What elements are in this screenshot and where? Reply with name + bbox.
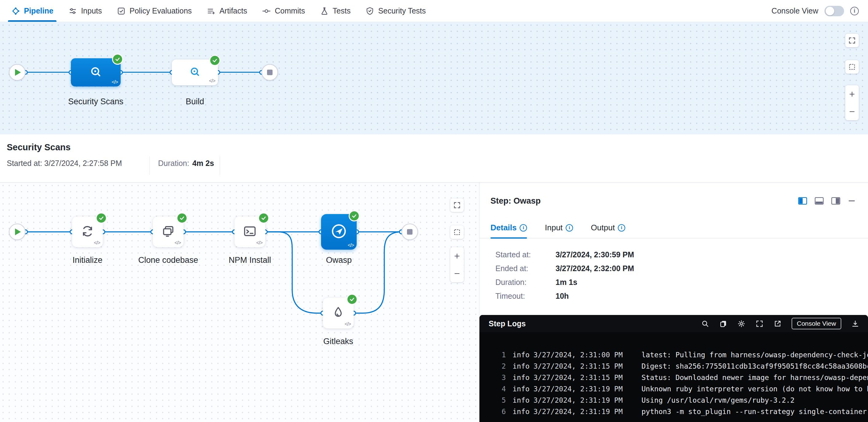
collapse-panel-icon[interactable] [848,197,856,205]
info-icon[interactable]: i [566,224,573,232]
fullscreen-icon[interactable] [755,320,764,328]
stage-label: Build [186,97,204,106]
nav-tab-security-tests[interactable]: Security Tests [358,0,433,22]
log-timestamp: 3/27/2024, 2:31:00 PM [533,349,642,361]
layout-split-right-icon[interactable] [831,197,840,205]
zoom-in-button[interactable] [450,247,464,265]
log-level: info [506,383,533,395]
log-message: Using /usr/local/rvm/gems/ruby-3.2.2 [642,395,868,406]
nav-tab-commits[interactable]: Commits [254,0,312,22]
stage-duration: Duration: 4m 2s [158,159,214,168]
shield-icon [365,6,374,15]
layout-split-left-icon[interactable] [798,197,807,205]
step-label: NPM Install [229,256,271,265]
step-node-owasp[interactable]: </> [321,214,356,250]
stage-connector-line [23,72,264,73]
execution-graph-canvas[interactable]: </> Initialize </> Clone codebase </> [0,183,479,422]
zoom-out-button[interactable] [845,103,859,120]
detail-row: Started at: 3/27/2024, 2:30:59 PM [495,250,868,259]
zoom-in-button[interactable] [845,85,859,103]
nav-tab-policy-evaluations[interactable]: Policy Evaluations [109,0,199,22]
step-node-npm-install[interactable]: </> [235,217,265,247]
step-panel-tabs: Details i Input i Output i [479,218,868,238]
code-glyph: </> [175,240,181,246]
fullscreen-button[interactable] [845,34,859,47]
step-label: Owasp [326,256,352,265]
initialize-icon [80,224,95,240]
detail-value: 1m 1s [556,278,577,287]
log-line: 5info3/27/2024, 2:31:19 PMUsing /usr/loc… [497,395,868,406]
stage-end-node[interactable] [401,224,418,240]
copy-icon[interactable] [719,320,727,328]
nav-tab-artifacts[interactable]: Artifacts [199,0,254,22]
step-node-clone-codebase[interactable]: </> [153,217,184,247]
stage-graph-canvas[interactable]: </> Security Scans </> Build [0,22,868,134]
zoom-out-button[interactable] [450,265,464,282]
step-logs-body[interactable]: 1info3/27/2024, 2:31:00 PMlatest: Pullin… [479,332,868,422]
console-view-button[interactable]: Console View [792,318,841,329]
tab-label: Input [545,223,563,232]
log-timestamp: 3/27/2024, 2:31:15 PM [533,372,642,383]
download-icon[interactable] [851,320,859,328]
layout-bottom-icon[interactable] [815,197,824,205]
tab-output[interactable]: Output i [591,223,625,238]
gitleaks-icon [331,305,345,321]
fullscreen-button[interactable] [450,198,464,212]
stage-info-title: Security Scans [7,142,71,153]
stage-node-build[interactable]: </> [172,60,218,85]
step-logs-toolbar: Console View [701,318,859,329]
build-icon [189,66,201,79]
zoom-controls [450,247,464,282]
pipeline-icon [11,6,20,15]
step-node-gitleaks[interactable]: </> [323,298,353,328]
info-icon[interactable]: i [850,7,859,15]
nav-tab-tests[interactable]: Tests [312,0,358,22]
search-icon[interactable] [701,320,709,328]
log-message: python3 -m sto_plugin --run-strategy sin… [642,406,868,417]
success-badge [349,210,360,221]
play-icon [15,228,21,235]
selection-button[interactable] [450,225,464,239]
log-line: 2info3/27/2024, 2:31:15 PMDigest: sha256… [497,361,868,372]
detail-row: Timeout: 10h [495,291,868,300]
stage-start-node[interactable] [9,224,26,240]
inputs-icon [68,6,78,15]
detail-row: Ended at: 3/27/2024, 2:32:00 PM [495,264,868,273]
info-icon[interactable]: i [618,224,625,232]
code-glyph: </> [94,240,100,246]
code-glyph: </> [348,242,354,248]
success-badge [346,294,358,305]
commits-icon [262,6,271,15]
success-badge [258,213,269,224]
pipeline-end-node[interactable] [261,64,278,80]
clone-icon [161,224,176,240]
info-icon[interactable]: i [520,224,527,232]
selection-button[interactable] [845,60,859,74]
pipeline-start-node[interactable] [9,64,26,80]
settings-gear-icon[interactable] [737,320,746,328]
tab-input[interactable]: Input i [545,223,573,238]
tab-details[interactable]: Details i [491,223,527,238]
zoom-controls [845,85,859,120]
nav-tab-pipeline[interactable]: Pipeline [4,0,61,22]
stage-node-security-scans[interactable]: </> [71,58,121,87]
log-line-number: 1 [497,349,506,361]
step-panel-title: Step: Owasp [491,196,541,206]
success-badge [209,55,220,66]
tab-label: Output [591,223,615,232]
open-in-new-icon[interactable] [773,320,782,328]
log-level: info [506,361,533,372]
code-glyph: </> [209,78,215,84]
nav-tab-inputs[interactable]: Inputs [61,0,109,22]
log-line-number: 5 [497,395,506,406]
owasp-icon [330,222,348,241]
console-view-toggle[interactable] [825,6,844,16]
log-message: latest: Pulling from harness/owasp-depen… [642,349,868,361]
log-line: 1info3/27/2024, 2:31:00 PMlatest: Pullin… [497,349,868,361]
success-badge [177,213,188,224]
detail-value: 3/27/2024, 2:32:00 PM [556,264,634,273]
step-node-initialize[interactable]: </> [72,217,103,247]
divider [150,156,150,175]
log-message: Status: Downloaded newer image for harne… [642,372,868,383]
tab-label: Details [491,223,517,232]
